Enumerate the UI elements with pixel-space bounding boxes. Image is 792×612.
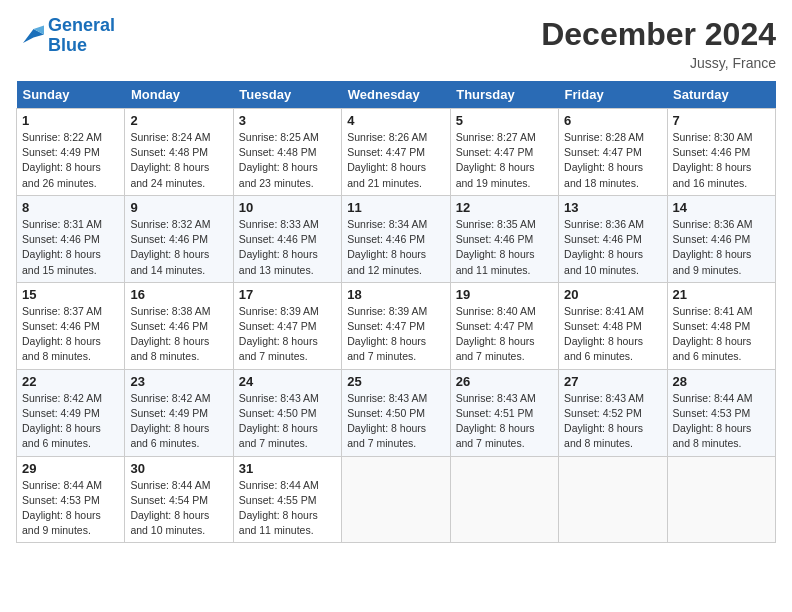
header: General Blue December 2024 Jussy, France [16, 16, 776, 71]
day-number: 23 [130, 374, 227, 389]
calendar-header-row: SundayMondayTuesdayWednesdayThursdayFrid… [17, 81, 776, 109]
day-number: 24 [239, 374, 336, 389]
day-number: 17 [239, 287, 336, 302]
calendar-cell: 15Sunrise: 8:37 AMSunset: 4:46 PMDayligh… [17, 282, 125, 369]
day-number: 3 [239, 113, 336, 128]
calendar-cell: 28Sunrise: 8:44 AMSunset: 4:53 PMDayligh… [667, 369, 775, 456]
day-number: 28 [673, 374, 770, 389]
day-number: 9 [130, 200, 227, 215]
day-info: Sunrise: 8:39 AMSunset: 4:47 PMDaylight:… [239, 304, 336, 365]
day-number: 22 [22, 374, 119, 389]
logo-text-line2: Blue [48, 36, 115, 56]
calendar-cell: 25Sunrise: 8:43 AMSunset: 4:50 PMDayligh… [342, 369, 450, 456]
day-info: Sunrise: 8:37 AMSunset: 4:46 PMDaylight:… [22, 304, 119, 365]
day-number: 15 [22, 287, 119, 302]
calendar-cell: 12Sunrise: 8:35 AMSunset: 4:46 PMDayligh… [450, 195, 558, 282]
day-number: 18 [347, 287, 444, 302]
day-number: 19 [456, 287, 553, 302]
calendar-cell: 30Sunrise: 8:44 AMSunset: 4:54 PMDayligh… [125, 456, 233, 543]
calendar-cell: 13Sunrise: 8:36 AMSunset: 4:46 PMDayligh… [559, 195, 667, 282]
calendar-cell: 1Sunrise: 8:22 AMSunset: 4:49 PMDaylight… [17, 109, 125, 196]
calendar-cell: 23Sunrise: 8:42 AMSunset: 4:49 PMDayligh… [125, 369, 233, 456]
calendar-header-thursday: Thursday [450, 81, 558, 109]
page: General Blue December 2024 Jussy, France… [0, 0, 792, 553]
day-info: Sunrise: 8:43 AMSunset: 4:50 PMDaylight:… [347, 391, 444, 452]
day-info: Sunrise: 8:27 AMSunset: 4:47 PMDaylight:… [456, 130, 553, 191]
calendar-cell: 17Sunrise: 8:39 AMSunset: 4:47 PMDayligh… [233, 282, 341, 369]
calendar-cell: 27Sunrise: 8:43 AMSunset: 4:52 PMDayligh… [559, 369, 667, 456]
day-info: Sunrise: 8:24 AMSunset: 4:48 PMDaylight:… [130, 130, 227, 191]
day-info: Sunrise: 8:28 AMSunset: 4:47 PMDaylight:… [564, 130, 661, 191]
calendar-cell: 7Sunrise: 8:30 AMSunset: 4:46 PMDaylight… [667, 109, 775, 196]
day-info: Sunrise: 8:30 AMSunset: 4:46 PMDaylight:… [673, 130, 770, 191]
day-info: Sunrise: 8:43 AMSunset: 4:52 PMDaylight:… [564, 391, 661, 452]
day-number: 2 [130, 113, 227, 128]
day-number: 4 [347, 113, 444, 128]
calendar-cell: 5Sunrise: 8:27 AMSunset: 4:47 PMDaylight… [450, 109, 558, 196]
day-number: 21 [673, 287, 770, 302]
day-info: Sunrise: 8:34 AMSunset: 4:46 PMDaylight:… [347, 217, 444, 278]
day-number: 7 [673, 113, 770, 128]
calendar-cell: 14Sunrise: 8:36 AMSunset: 4:46 PMDayligh… [667, 195, 775, 282]
day-info: Sunrise: 8:35 AMSunset: 4:46 PMDaylight:… [456, 217, 553, 278]
calendar-header-wednesday: Wednesday [342, 81, 450, 109]
day-number: 1 [22, 113, 119, 128]
calendar-cell: 8Sunrise: 8:31 AMSunset: 4:46 PMDaylight… [17, 195, 125, 282]
logo-icon [16, 22, 44, 50]
day-info: Sunrise: 8:44 AMSunset: 4:53 PMDaylight:… [22, 478, 119, 539]
day-info: Sunrise: 8:22 AMSunset: 4:49 PMDaylight:… [22, 130, 119, 191]
day-number: 14 [673, 200, 770, 215]
day-info: Sunrise: 8:32 AMSunset: 4:46 PMDaylight:… [130, 217, 227, 278]
day-info: Sunrise: 8:39 AMSunset: 4:47 PMDaylight:… [347, 304, 444, 365]
day-info: Sunrise: 8:42 AMSunset: 4:49 PMDaylight:… [130, 391, 227, 452]
day-info: Sunrise: 8:43 AMSunset: 4:50 PMDaylight:… [239, 391, 336, 452]
day-info: Sunrise: 8:26 AMSunset: 4:47 PMDaylight:… [347, 130, 444, 191]
calendar-cell: 11Sunrise: 8:34 AMSunset: 4:46 PMDayligh… [342, 195, 450, 282]
day-info: Sunrise: 8:41 AMSunset: 4:48 PMDaylight:… [564, 304, 661, 365]
day-number: 31 [239, 461, 336, 476]
day-number: 5 [456, 113, 553, 128]
day-number: 29 [22, 461, 119, 476]
calendar-week-row: 15Sunrise: 8:37 AMSunset: 4:46 PMDayligh… [17, 282, 776, 369]
calendar-cell: 2Sunrise: 8:24 AMSunset: 4:48 PMDaylight… [125, 109, 233, 196]
day-number: 27 [564, 374, 661, 389]
month-title: December 2024 [541, 16, 776, 53]
day-number: 25 [347, 374, 444, 389]
calendar-week-row: 29Sunrise: 8:44 AMSunset: 4:53 PMDayligh… [17, 456, 776, 543]
calendar-week-row: 8Sunrise: 8:31 AMSunset: 4:46 PMDaylight… [17, 195, 776, 282]
title-block: December 2024 Jussy, France [541, 16, 776, 71]
day-number: 11 [347, 200, 444, 215]
calendar-cell: 24Sunrise: 8:43 AMSunset: 4:50 PMDayligh… [233, 369, 341, 456]
day-number: 10 [239, 200, 336, 215]
day-info: Sunrise: 8:31 AMSunset: 4:46 PMDaylight:… [22, 217, 119, 278]
calendar-header-saturday: Saturday [667, 81, 775, 109]
day-number: 20 [564, 287, 661, 302]
day-number: 6 [564, 113, 661, 128]
calendar-cell: 26Sunrise: 8:43 AMSunset: 4:51 PMDayligh… [450, 369, 558, 456]
logo: General Blue [16, 16, 115, 56]
calendar-cell: 10Sunrise: 8:33 AMSunset: 4:46 PMDayligh… [233, 195, 341, 282]
calendar-header-monday: Monday [125, 81, 233, 109]
logo-text-line1: General [48, 16, 115, 36]
day-info: Sunrise: 8:42 AMSunset: 4:49 PMDaylight:… [22, 391, 119, 452]
day-info: Sunrise: 8:44 AMSunset: 4:53 PMDaylight:… [673, 391, 770, 452]
calendar-header-sunday: Sunday [17, 81, 125, 109]
calendar-cell [450, 456, 558, 543]
day-info: Sunrise: 8:41 AMSunset: 4:48 PMDaylight:… [673, 304, 770, 365]
day-info: Sunrise: 8:44 AMSunset: 4:54 PMDaylight:… [130, 478, 227, 539]
day-info: Sunrise: 8:36 AMSunset: 4:46 PMDaylight:… [564, 217, 661, 278]
day-number: 13 [564, 200, 661, 215]
calendar-header-friday: Friday [559, 81, 667, 109]
calendar-cell [342, 456, 450, 543]
calendar-cell [667, 456, 775, 543]
day-info: Sunrise: 8:40 AMSunset: 4:47 PMDaylight:… [456, 304, 553, 365]
calendar-cell: 16Sunrise: 8:38 AMSunset: 4:46 PMDayligh… [125, 282, 233, 369]
location: Jussy, France [541, 55, 776, 71]
calendar-cell [559, 456, 667, 543]
calendar-cell: 18Sunrise: 8:39 AMSunset: 4:47 PMDayligh… [342, 282, 450, 369]
calendar-cell: 22Sunrise: 8:42 AMSunset: 4:49 PMDayligh… [17, 369, 125, 456]
calendar-cell: 4Sunrise: 8:26 AMSunset: 4:47 PMDaylight… [342, 109, 450, 196]
day-number: 30 [130, 461, 227, 476]
day-info: Sunrise: 8:43 AMSunset: 4:51 PMDaylight:… [456, 391, 553, 452]
calendar-cell: 20Sunrise: 8:41 AMSunset: 4:48 PMDayligh… [559, 282, 667, 369]
